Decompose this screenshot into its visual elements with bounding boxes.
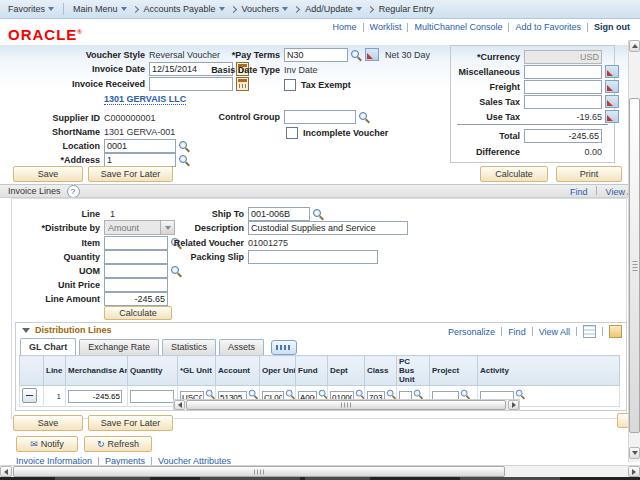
main-menu[interactable]: Main Menu — [73, 4, 127, 14]
lookup-magnifier-icon[interactable] — [318, 389, 328, 399]
total-input[interactable] — [524, 129, 602, 143]
pay-terms-input[interactable] — [284, 48, 348, 62]
miscellaneous-row: Miscellaneous — [451, 64, 619, 79]
scroll-right-button[interactable] — [628, 466, 640, 477]
lookup-magnifier-icon[interactable] — [515, 389, 525, 399]
col-line: Line — [44, 356, 66, 386]
lookup-magnifier-icon[interactable] — [358, 111, 370, 123]
breadcrumb-add-update[interactable]: Add/Update — [305, 4, 362, 14]
lookup-magnifier-icon[interactable] — [350, 49, 362, 61]
lookup-magnifier-icon[interactable] — [413, 389, 423, 399]
supplier-name-link[interactable]: 1301 GERVAIS LLC — [104, 94, 186, 105]
collapse-section-icon[interactable] — [22, 328, 30, 333]
refresh-label: Refresh — [108, 439, 140, 449]
incomplete-voucher-checkbox[interactable] — [286, 127, 298, 139]
location-input[interactable] — [104, 139, 176, 153]
scrollbar-thumb[interactable] — [186, 400, 506, 410]
peoplesoft-voucher-page: Favorites Main Menu Accounts Payable Vou… — [0, 0, 640, 480]
sign-out-link[interactable]: Sign out — [594, 22, 630, 32]
multichannel-console-link[interactable]: MultiChannel Console — [414, 22, 502, 32]
show-all-columns-icon[interactable] — [271, 340, 297, 355]
line-amount-input[interactable] — [104, 292, 168, 306]
calendar-icon[interactable] — [236, 77, 249, 91]
favorites-menu[interactable]: Favorites — [8, 4, 54, 14]
personalize-link[interactable]: Personalize — [448, 327, 495, 337]
line-calculate-button[interactable]: Calculate — [104, 306, 172, 320]
invoice-received-input[interactable] — [149, 77, 233, 91]
save-button-bottom[interactable]: Save — [13, 415, 83, 431]
save-button[interactable]: Save — [13, 166, 83, 182]
help-icon[interactable]: ? — [67, 185, 80, 198]
pay-terms-transfer-icon[interactable] — [365, 48, 379, 61]
chevron-down-icon — [282, 7, 288, 11]
difference-value: 0.00 — [524, 147, 602, 157]
sales-tax-input[interactable] — [524, 95, 602, 109]
print-button[interactable]: Print — [556, 166, 622, 182]
breadcrumb-accounts-payable[interactable]: Accounts Payable — [144, 4, 225, 14]
location-row: Location — [8, 138, 190, 153]
view-all-link[interactable]: View All — [539, 327, 570, 337]
scrollbar-thumb[interactable] — [13, 466, 505, 477]
lookup-magnifier-icon[interactable] — [355, 389, 365, 399]
scroll-right-button[interactable] — [508, 400, 519, 410]
download-grid-icon[interactable] — [583, 325, 596, 338]
freight-input[interactable] — [524, 80, 602, 94]
description-input[interactable] — [248, 221, 408, 235]
miscellaneous-input[interactable] — [524, 65, 602, 79]
packing-slip-input[interactable] — [248, 250, 378, 264]
tab-assets[interactable]: Assets — [219, 339, 264, 355]
quantity-cell-input[interactable] — [130, 390, 174, 403]
ship-to-input[interactable] — [248, 207, 310, 221]
links-separator — [508, 23, 509, 32]
miscellaneous-transfer-icon[interactable] — [605, 65, 619, 78]
find-link[interactable]: Find — [570, 187, 588, 197]
address-input[interactable] — [104, 153, 176, 167]
find-link[interactable]: Find — [508, 327, 526, 337]
distribution-lines-title: Distribution Lines — [35, 325, 112, 335]
lookup-magnifier-icon[interactable] — [178, 154, 190, 166]
calculate-button[interactable]: Calculate — [480, 166, 548, 182]
zoom-grid-icon[interactable] — [609, 325, 622, 338]
unit-price-input[interactable] — [104, 278, 168, 292]
control-group-input[interactable] — [284, 110, 356, 124]
oracle-logo-text: ORACLE — [8, 26, 77, 43]
tab-statistics[interactable]: Statistics — [162, 339, 216, 355]
lookup-magnifier-icon[interactable] — [386, 389, 396, 399]
scroll-left-button[interactable] — [174, 400, 185, 410]
tab-exchange-rate[interactable]: Exchange Rate — [79, 339, 159, 355]
breadcrumb-regular-entry[interactable]: Regular Entry — [379, 4, 434, 14]
freight-label: Freight — [451, 82, 520, 92]
delete-row-button[interactable] — [22, 388, 37, 403]
save-for-later-button[interactable]: Save For Later — [88, 166, 173, 182]
control-group-row: Control Group — [180, 109, 370, 124]
lookup-magnifier-icon[interactable] — [285, 389, 295, 399]
lookup-magnifier-icon[interactable] — [312, 208, 324, 220]
lookup-magnifier-icon[interactable] — [460, 389, 470, 399]
worklist-link[interactable]: Worklist — [370, 22, 402, 32]
view-all-link[interactable]: View All — [606, 187, 628, 197]
notify-button[interactable]: ✉Notify — [16, 436, 78, 452]
breadcrumb-vouchers[interactable]: Vouchers — [242, 4, 289, 14]
sales-tax-transfer-icon[interactable] — [605, 95, 619, 108]
lookup-magnifier-icon[interactable] — [170, 265, 182, 277]
col-dept: Dept — [328, 356, 365, 386]
tab-gl-chart[interactable]: GL Chart — [20, 338, 76, 355]
freight-transfer-icon[interactable] — [605, 80, 619, 93]
uom-input[interactable] — [104, 264, 168, 278]
lookup-magnifier-icon[interactable] — [248, 389, 258, 399]
merchandise-amt-input[interactable] — [68, 390, 122, 403]
quantity-label: Quantity — [8, 252, 100, 262]
use-tax-transfer-icon[interactable] — [605, 110, 619, 123]
home-link[interactable]: Home — [333, 22, 357, 32]
save-for-later-button-bottom[interactable]: Save For Later — [88, 415, 173, 431]
scroll-up-button[interactable] — [629, 40, 640, 52]
lookup-magnifier-icon[interactable] — [205, 389, 215, 399]
add-to-favorites-link[interactable]: Add to Favorites — [515, 22, 581, 32]
scroll-left-button[interactable] — [0, 466, 12, 477]
scrollbar-thumb[interactable] — [629, 98, 640, 433]
tax-exempt-checkbox[interactable] — [284, 79, 296, 91]
refresh-button[interactable]: ↻Refresh — [84, 436, 152, 452]
lookup-magnifier-icon[interactable] — [178, 140, 190, 152]
scroll-down-button[interactable] — [629, 447, 640, 459]
col-oper-unit: Oper Unit — [260, 356, 296, 386]
